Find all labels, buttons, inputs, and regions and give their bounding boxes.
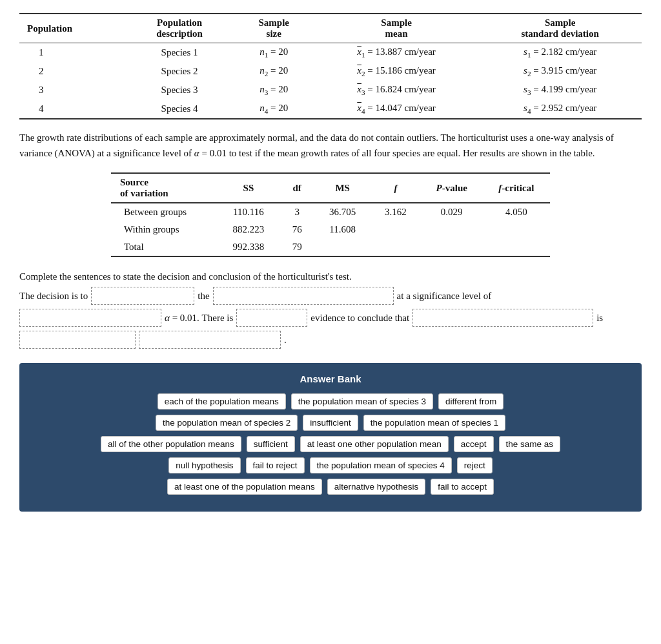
text-is: is	[596, 313, 603, 324]
chip-at-least-one-pop-means[interactable]: at least one of the population means	[167, 479, 322, 495]
answer-bank-title: Answer Bank	[32, 373, 629, 384]
anova-source-within: Within groups	[111, 221, 218, 238]
chip-sufficient[interactable]: sufficient	[247, 436, 295, 452]
col-header-size: Samplesize	[234, 14, 314, 43]
chip-pop-mean-species2[interactable]: the population mean of species 2	[156, 415, 298, 431]
anova-row-total: Total 992.338 79	[111, 238, 550, 256]
anova-table-section: Sourceof variation SS df MS f P-value f-…	[111, 172, 550, 257]
pop-desc: Species 4	[125, 99, 233, 119]
anova-p	[421, 221, 483, 238]
fill-box-cont1[interactable]	[19, 331, 136, 349]
pop-size: n3 = 20	[234, 81, 314, 99]
anova-ss: 992.338	[218, 238, 280, 256]
pop-number: 2	[19, 62, 125, 81]
chip-null-hypothesis[interactable]: null hypothesis	[168, 457, 240, 473]
sentence-line-2: α = 0.01. There is evidence to conclude …	[19, 309, 642, 327]
anova-df: 3	[280, 203, 314, 221]
pop-sd: s1 = 2.182 cm/year	[478, 43, 642, 63]
text-period: .	[284, 335, 287, 346]
fill-box-action[interactable]	[91, 287, 194, 305]
pop-number: 3	[19, 81, 125, 99]
chip-fail-to-reject[interactable]: fail to reject	[246, 457, 305, 473]
anova-ms: 36.705	[314, 203, 371, 221]
chip-alternative-hypothesis[interactable]: alternative hypothesis	[327, 479, 426, 495]
chip-all-other-pop-means[interactable]: all of the other population means	[101, 436, 241, 452]
pop-desc: Species 1	[125, 43, 233, 63]
table-row: 4 Species 4 n4 = 20 x4 = 14.047 cm/year …	[19, 99, 642, 119]
anova-col-ss: SS	[218, 173, 280, 203]
pop-mean: x1 = 13.887 cm/year	[314, 43, 479, 63]
col-header-mean: Samplemean	[314, 14, 479, 43]
sentence-line-3: .	[19, 331, 642, 349]
data-table-section: Population Populationdescription Samples…	[19, 13, 642, 119]
species-data-table: Population Populationdescription Samples…	[19, 13, 642, 119]
anova-ms	[314, 238, 371, 256]
anova-col-df: df	[280, 173, 314, 203]
pop-sd: s2 = 3.915 cm/year	[478, 62, 642, 81]
anova-source-total: Total	[111, 238, 218, 256]
pop-desc: Species 2	[125, 62, 233, 81]
chip-each-pop-means[interactable]: each of the population means	[158, 393, 286, 410]
anova-row-between: Between groups 110.116 3 36.705 3.162 0.…	[111, 203, 550, 221]
anova-col-ms: MS	[314, 173, 371, 203]
anova-p: 0.029	[421, 203, 483, 221]
chip-pop-mean-species4[interactable]: the population mean of species 4	[310, 457, 452, 473]
anova-p	[421, 238, 483, 256]
anova-fc	[483, 238, 550, 256]
sentence-line-1: The decision is to the at a significance…	[19, 287, 642, 305]
chip-reject[interactable]: reject	[457, 457, 493, 473]
answer-bank-row-1: each of the population means the populat…	[32, 393, 629, 410]
anova-fc	[483, 221, 550, 238]
chip-same-as[interactable]: the same as	[499, 436, 561, 452]
chip-fail-to-accept[interactable]: fail to accept	[431, 479, 494, 495]
anova-f	[371, 238, 421, 256]
fill-box-conclusion[interactable]	[412, 309, 593, 327]
answer-bank-row-2: the population mean of species 2 insuffi…	[32, 415, 629, 431]
text-alpha-eq: α = 0.01. There is	[165, 313, 233, 324]
stacked-fill-area-2	[236, 309, 307, 327]
pop-number: 4	[19, 99, 125, 119]
pop-size: n4 = 20	[234, 99, 314, 119]
pop-desc: Species 3	[125, 81, 233, 99]
anova-fc: 4.050	[483, 203, 550, 221]
fill-box-hypothesis[interactable]	[213, 287, 394, 305]
answer-bank-row-5: at least one of the population means alt…	[32, 479, 629, 495]
table-row: 1 Species 1 n1 = 20 x1 = 13.887 cm/year …	[19, 43, 642, 63]
context-paragraph: The growth rate distributions of each sa…	[19, 130, 642, 161]
anova-ss: 110.116	[218, 203, 280, 221]
text-the: the	[198, 291, 209, 302]
answer-bank-section: Answer Bank each of the population means…	[19, 363, 642, 512]
fill-prompt: Complete the sentences to state the deci…	[19, 269, 642, 284]
fill-section: Complete the sentences to state the deci…	[19, 269, 642, 349]
chip-pop-mean-species1[interactable]: the population mean of species 1	[363, 415, 505, 431]
pop-mean: x2 = 15.186 cm/year	[314, 62, 479, 81]
col-header-population: Population	[19, 14, 125, 43]
text-evidence: evidence to conclude that	[310, 313, 409, 324]
chip-at-least-one-other[interactable]: at least one other population mean	[300, 436, 449, 452]
anova-table: Sourceof variation SS df MS f P-value f-…	[111, 172, 550, 257]
pop-mean: x3 = 16.824 cm/year	[314, 81, 479, 99]
pop-sd: s3 = 4.199 cm/year	[478, 81, 642, 99]
answer-bank-row-3: all of the other population means suffic…	[32, 436, 629, 452]
pop-number: 1	[19, 43, 125, 63]
chip-accept[interactable]: accept	[454, 436, 494, 452]
anova-col-f: f	[371, 173, 421, 203]
anova-col-source: Sourceof variation	[111, 173, 218, 203]
pop-sd: s4 = 2.952 cm/year	[478, 99, 642, 119]
pop-mean: x4 = 14.047 cm/year	[314, 99, 479, 119]
table-row: 2 Species 2 n2 = 20 x2 = 15.186 cm/year …	[19, 62, 642, 81]
anova-df: 79	[280, 238, 314, 256]
chip-insufficient[interactable]: insufficient	[303, 415, 358, 431]
chip-pop-mean-species3[interactable]: the population mean of species 3	[291, 393, 433, 410]
anova-row-within: Within groups 882.223 76 11.608	[111, 221, 550, 238]
text-decision-is-to: The decision is to	[19, 291, 88, 302]
text-at-sig: at a significance level of	[397, 291, 492, 302]
fill-box-alpha-level[interactable]	[19, 309, 161, 327]
fill-box-cont2[interactable]	[139, 331, 281, 349]
fill-box-evidence[interactable]	[236, 309, 307, 327]
answer-bank-row-4: null hypothesis fail to reject the popul…	[32, 457, 629, 473]
anova-col-fcrit: f-critical	[483, 173, 550, 203]
anova-source-between: Between groups	[111, 203, 218, 221]
chip-different-from[interactable]: different from	[438, 393, 503, 410]
stacked-fill-area	[19, 309, 161, 327]
